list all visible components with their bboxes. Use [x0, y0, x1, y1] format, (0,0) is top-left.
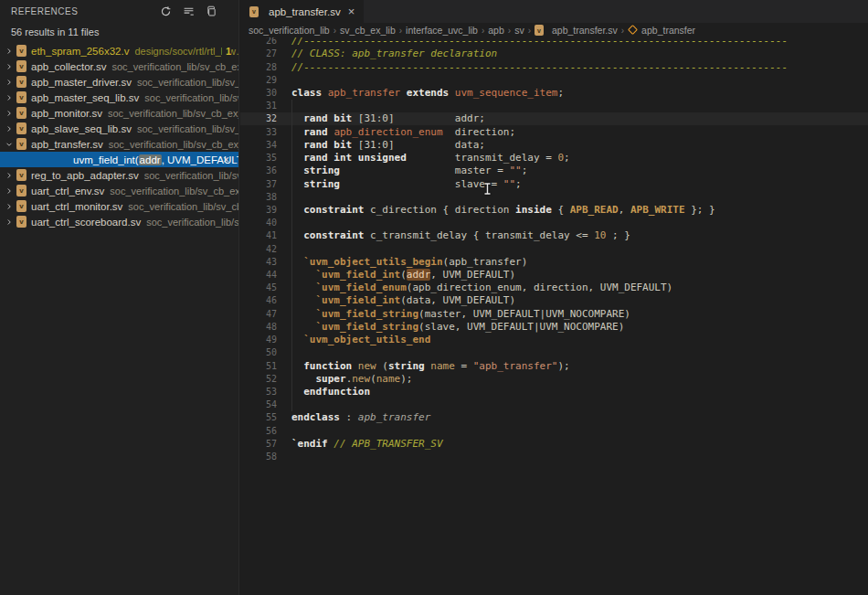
code-line[interactable]: 32 rand bit [31:0] addr; [240, 112, 868, 125]
file-result-row[interactable]: vuart_ctrl_env.svsoc_verification_lib/sv… [0, 183, 238, 198]
file-name: apb_monitor.sv [31, 108, 102, 119]
code-line-text: //--------------------------------------… [291, 37, 788, 47]
file-result-row[interactable]: vapb_slave_seq_lib.svsoc_verification_li… [0, 121, 238, 136]
editor-group: v apb_transfer.sv × soc_verification_lib… [240, 0, 868, 595]
file-result-row[interactable]: vapb_master_driver.svsoc_verification_li… [0, 74, 238, 90]
code-line[interactable]: 41 constraint c_transmit_delay { transmi… [240, 229, 868, 242]
line-number: 48 [240, 322, 277, 332]
code-line[interactable]: 53 endfunction [240, 385, 868, 398]
chevron-right-icon[interactable] [2, 47, 16, 56]
results-summary: 56 results in 11 files [0, 22, 238, 43]
references-toolbar [158, 4, 218, 18]
file-result-row[interactable]: vuart_ctrl_scoreboard.svsoc_verification… [0, 214, 238, 229]
code-line[interactable]: 47 `uvm_field_string(master, UVM_DEFAULT… [240, 307, 868, 320]
line-number: 32 [240, 113, 277, 123]
breadcrumb-item[interactable]: interface_uvc_lib [406, 25, 478, 36]
file-result-row[interactable]: vapb_collector.svsoc_verification_lib/sv… [0, 58, 238, 74]
file-name: uart_ctrl_monitor.sv [31, 201, 122, 212]
file-path: soc_verification_lib/sv… [146, 217, 238, 228]
file-result-row[interactable]: veth_spram_256x32.vdesigns/socv/rtl/rtl_… [0, 43, 238, 58]
copy-icon[interactable] [204, 4, 218, 18]
code-line[interactable]: 54 [240, 398, 868, 411]
line-number: 30 [240, 88, 277, 98]
code-line[interactable]: 37 string slave = ""; [240, 177, 868, 190]
code-line[interactable]: 28//------------------------------------… [240, 60, 868, 73]
chevron-right-icon[interactable] [2, 78, 16, 87]
code-line[interactable]: 30class apb_transfer extends uvm_sequenc… [240, 86, 868, 99]
file-result-row[interactable]: vapb_monitor.svsoc_verification_lib/sv_c… [0, 105, 238, 121]
chevron-right-icon[interactable] [2, 218, 16, 227]
file-path: soc_verification_lib/sv_cb_ex_li… [110, 186, 238, 197]
code-line[interactable]: 45 `uvm_field_enum(apb_direction_enum, d… [240, 282, 868, 294]
code-line[interactable]: 29 [240, 73, 868, 86]
chevron-right-icon[interactable] [2, 62, 16, 71]
code-line[interactable]: 58 [240, 451, 868, 463]
code-line[interactable]: 52 super.new(name); [240, 372, 868, 385]
line-number: 47 [240, 309, 277, 319]
chevron-right-icon[interactable] [2, 124, 16, 133]
code-line-text: string master = ""; [291, 165, 527, 176]
code-line[interactable]: 35 rand int unsigned transmit_delay = 0; [240, 151, 868, 164]
breadcrumb-item[interactable]: apb [488, 25, 504, 36]
breadcrumb-item[interactable]: soc_verification_lib [249, 25, 330, 36]
file-path: soc_verification_lib/sv_… [144, 92, 238, 103]
code-line[interactable]: 48 `uvm_field_string(slave, UVM_DEFAULT|… [240, 320, 868, 333]
code-line[interactable]: 44 `uvm_field_int(addr, UVM_DEFAULT) [240, 268, 868, 281]
code-line[interactable]: 31 [240, 100, 868, 112]
code-line[interactable]: 36 string master = ""; [240, 165, 868, 177]
dismiss-reference-icon[interactable]: × [223, 154, 229, 165]
file-result-row[interactable]: vapb_transfer.svsoc_verification_lib/sv_… [0, 136, 238, 152]
file-name: uart_ctrl_scoreboard.sv [31, 217, 141, 228]
file-path: soc_verification_lib/sv_… [144, 170, 238, 181]
code-line[interactable]: 34 rand bit [31:0] data; [240, 138, 868, 151]
code-line[interactable]: 33 rand apb_direction_enum direction; [240, 125, 868, 138]
chevron-right-icon[interactable] [2, 171, 16, 180]
systemverilog-file-icon: v [16, 76, 26, 88]
code-line[interactable]: 49 `uvm_object_utils_end [240, 334, 868, 346]
code-line[interactable]: 57`endif // APB_TRANSFER_SV [240, 437, 868, 450]
file-path: soc_verification_lib/sv_c… [137, 77, 238, 88]
code-line[interactable]: 38 [240, 190, 868, 203]
collapse-all-icon[interactable] [181, 4, 196, 18]
chevron-down-icon[interactable] [2, 140, 16, 149]
code-line-text: super.new(name); [291, 373, 413, 385]
code-line-text: `uvm_field_int(data, UVM_DEFAULT) [291, 294, 515, 306]
code-line-text: endfunction [291, 386, 370, 398]
file-result-row[interactable]: vreg_to_apb_adapter.svsoc_verification_l… [0, 167, 238, 183]
file-path: soc_verification_lib/sv_cb_ex_l… [111, 61, 238, 72]
file-result-row[interactable]: vapb_master_seq_lib.svsoc_verification_l… [0, 90, 238, 105]
code-line[interactable]: 51 function new (string name = "apb_tran… [240, 359, 868, 372]
chevron-right-icon[interactable] [2, 109, 16, 118]
reference-text: uvm_field_int(addr, UVM_DEFAULT) [73, 154, 238, 165]
breadcrumb-label: apb_transfer.sv [552, 25, 618, 36]
code-line[interactable]: 43 `uvm_object_utils_begin(apb_transfer) [240, 255, 868, 268]
chevron-right-icon[interactable] [2, 202, 16, 211]
code-line[interactable]: 42 [240, 242, 868, 255]
breadcrumb-label: sv_cb_ex_lib [340, 25, 396, 36]
file-name: eth_spram_256x32.v [31, 46, 129, 57]
reference-result-row[interactable]: uvm_field_int(addr, UVM_DEFAULT)× [0, 152, 238, 167]
breadcrumb-item[interactable]: sv [514, 25, 524, 36]
code-line[interactable]: 56 [240, 424, 868, 437]
refresh-icon[interactable] [158, 4, 173, 18]
code-line[interactable]: 40 [240, 217, 868, 229]
breadcrumb-separator: › [528, 26, 531, 36]
code-line[interactable]: 26//------------------------------------… [240, 37, 868, 48]
chevron-right-icon[interactable] [2, 93, 16, 102]
tab-close-icon[interactable]: × [348, 5, 355, 17]
references-list: veth_spram_256x32.vdesigns/socv/rtl/rtl_… [0, 43, 238, 229]
tab-apb-transfer[interactable]: v apb_transfer.sv × [240, 0, 364, 23]
code-line[interactable]: 46 `uvm_field_int(data, UVM_DEFAULT) [240, 294, 868, 307]
breadcrumb-item[interactable]: sv_cb_ex_lib [340, 25, 396, 36]
code-line-text: rand bit [31:0] addr; [291, 112, 485, 124]
file-result-row[interactable]: vuart_ctrl_monitor.svsoc_verification_li… [0, 198, 238, 214]
chevron-right-icon[interactable] [2, 186, 16, 196]
code-line[interactable]: 55endclass : apb_transfer [240, 411, 868, 424]
code-line[interactable]: 27// CLASS: apb_transfer declaration [240, 48, 868, 60]
code-line[interactable]: 50 [240, 346, 868, 359]
breadcrumb-item[interactable]: apb_transfer [628, 25, 695, 36]
line-number: 44 [240, 270, 277, 280]
code-line[interactable]: 39 constraint c_direction { direction in… [240, 203, 868, 216]
breadcrumb-item[interactable]: vapb_transfer.sv [535, 25, 618, 36]
breadcrumb-separator: › [508, 26, 511, 36]
